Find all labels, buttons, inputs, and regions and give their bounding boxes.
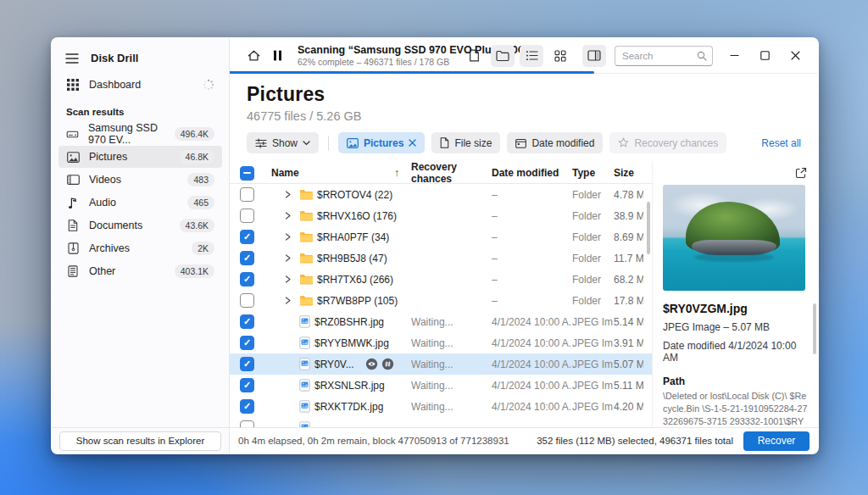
- filter-chip-label: Pictures: [364, 137, 403, 149]
- row-name: $RYYBMWK.jpg: [314, 337, 389, 349]
- main-area: Scanning “Samsung SSD 970 EVO Plus 500GB…: [230, 38, 818, 453]
- row-checkbox[interactable]: [240, 272, 254, 286]
- row-recovery-chances: Waiting...: [411, 401, 492, 413]
- sidebar-item-pictures[interactable]: Pictures 46.8K: [58, 146, 222, 168]
- row-size: 38.9 MB: [614, 210, 643, 222]
- row-checkbox[interactable]: [240, 336, 254, 350]
- list-view-button[interactable]: [520, 45, 543, 67]
- table-row[interactable]: [230, 417, 652, 427]
- column-header-size[interactable]: Size: [614, 167, 643, 179]
- show-filter-button[interactable]: Show: [247, 132, 319, 153]
- close-icon[interactable]: [409, 139, 416, 147]
- search-input[interactable]: [622, 51, 697, 61]
- row-checkbox[interactable]: [240, 187, 254, 202]
- selection-status-text: 352 files (112 MB) selected, 496371 file…: [537, 436, 733, 446]
- table-row[interactable]: $RXSNLSR.jpg Waiting... 4/1/2024 10:00 A…: [230, 375, 652, 396]
- table-row[interactable]: $RH7TX6J (266) – Folder 68.2 MB: [230, 269, 652, 290]
- sidebar-item-samsung-ssd-970-ev[interactable]: Samsung SSD 970 EV... 496.4K: [58, 123, 222, 145]
- sidebar-item-dashboard[interactable]: Dashboard: [58, 74, 222, 96]
- show-in-explorer-button[interactable]: Show scan results in Explorer: [59, 431, 221, 451]
- row-size: 5.14 MB: [614, 316, 643, 328]
- row-type: Folder: [572, 274, 614, 286]
- search-icon: [697, 51, 707, 61]
- table-row[interactable]: $RXKT7DK.jpg Waiting... 4/1/2024 10:00 A…: [230, 396, 652, 417]
- sidebar-header: Disk Drill: [52, 38, 229, 73]
- table-row[interactable]: $RYYBMWK.jpg Waiting... 4/1/2024 10:00 A…: [230, 332, 652, 353]
- open-external-icon[interactable]: [794, 166, 808, 185]
- row-checkbox[interactable]: [240, 230, 254, 244]
- table-row[interactable]: $R7WB8PP (105) – Folder 17.8 MB: [230, 290, 652, 311]
- table-row[interactable]: $RROTOV4 (22) – Folder 4.78 MB: [230, 184, 652, 205]
- row-checkbox[interactable]: [240, 399, 254, 414]
- chevron-right-icon[interactable]: [271, 233, 295, 241]
- other-icon: [66, 265, 80, 277]
- close-button[interactable]: [782, 45, 808, 67]
- table-row[interactable]: $RHA0P7F (34) – Folder 8.69 MB: [230, 226, 652, 248]
- chevron-right-icon[interactable]: [271, 297, 295, 304]
- filter-divider: [328, 136, 329, 151]
- row-checkbox[interactable]: [240, 209, 254, 223]
- search-box[interactable]: [615, 46, 713, 66]
- sidebar-item-other[interactable]: Other 403.1K: [58, 260, 222, 282]
- row-type: JPEG Im...: [572, 380, 614, 392]
- sidebar-item-archives[interactable]: Archives 2K: [58, 237, 222, 259]
- column-header-name[interactable]: Name ↑: [271, 167, 411, 179]
- archive-icon: [66, 242, 80, 254]
- recover-button[interactable]: Recover: [743, 431, 810, 451]
- image-file-icon: [299, 336, 310, 349]
- filter-chip-file-size[interactable]: File size: [431, 132, 500, 153]
- chevron-right-icon[interactable]: [271, 275, 295, 283]
- preview-image[interactable]: [663, 185, 805, 291]
- row-checkbox[interactable]: [240, 357, 254, 371]
- sidebar-item-documents[interactable]: Documents 43.6K: [58, 214, 222, 236]
- row-date-modified: –: [492, 253, 572, 264]
- row-checkbox[interactable]: [240, 378, 254, 392]
- sidebar-item-videos[interactable]: Videos 483: [58, 169, 222, 191]
- filter-chip-date-modified[interactable]: Date modified: [507, 132, 603, 153]
- filter-chip-label: File size: [454, 137, 492, 149]
- minimize-button[interactable]: [721, 45, 747, 67]
- row-type: Folder: [572, 253, 614, 264]
- picture-icon: [347, 138, 359, 148]
- calendar-icon: [515, 138, 526, 148]
- hamburger-menu-icon[interactable]: [65, 53, 79, 64]
- sort-ascending-icon: ↑: [394, 167, 411, 179]
- table-row[interactable]: $RH9B5J8 (47) – Folder 11.7 MB: [230, 248, 652, 269]
- row-checkbox[interactable]: [240, 293, 254, 308]
- preview-filename: $RY0VZGM.jpg: [663, 302, 808, 315]
- chevron-right-icon[interactable]: [271, 254, 295, 262]
- dashboard-grid-icon: [66, 79, 80, 91]
- grid-view-button[interactable]: [548, 45, 572, 67]
- sidebar-item-audio[interactable]: Audio 465: [58, 192, 222, 214]
- filter-chip-pictures[interactable]: Pictures: [338, 132, 425, 153]
- reset-all-link[interactable]: Reset all: [761, 137, 801, 149]
- row-checkbox[interactable]: [240, 314, 254, 329]
- file-icon[interactable]: [462, 45, 486, 67]
- select-all-checkbox[interactable]: [240, 166, 254, 181]
- sidebar-item-label: Dashboard: [89, 79, 141, 91]
- table-row[interactable]: $RHVX16O (176) – Folder 38.9 MB: [230, 205, 652, 226]
- row-name: $RXKT7DK.jpg: [314, 401, 383, 413]
- app-title: Disk Drill: [91, 52, 138, 64]
- column-header-type[interactable]: Type: [572, 167, 614, 179]
- column-header-date[interactable]: Date modified: [492, 167, 572, 179]
- row-checkbox[interactable]: [240, 420, 254, 427]
- preview-reflection-graphic: [694, 253, 774, 262]
- preview-scrollbar[interactable]: [813, 303, 816, 354]
- table-scrollbar[interactable]: [647, 202, 650, 254]
- panel-view-button[interactable]: [582, 45, 606, 67]
- table-row[interactable]: $RY0V... Waiting... 4/1/2024 10:00 A... …: [230, 353, 652, 375]
- pause-scan-button[interactable]: [265, 45, 289, 67]
- folder-view-button[interactable]: [491, 45, 515, 67]
- chevron-right-icon[interactable]: [271, 191, 295, 198]
- row-name: $RH7TX6J (266): [317, 274, 393, 286]
- table-row[interactable]: $RZ0BSHR.jpg Waiting... 4/1/2024 10:00 A…: [230, 311, 652, 332]
- column-header-recovery[interactable]: Recovery chances: [411, 161, 492, 185]
- row-checkbox[interactable]: [240, 251, 254, 265]
- sidebar-item-count: 483: [187, 173, 214, 186]
- maximize-button[interactable]: [752, 45, 777, 67]
- home-button[interactable]: [242, 45, 265, 67]
- filter-bar: Show Pictures: [230, 125, 818, 161]
- chevron-right-icon[interactable]: [271, 212, 295, 220]
- folder-icon: [299, 189, 313, 200]
